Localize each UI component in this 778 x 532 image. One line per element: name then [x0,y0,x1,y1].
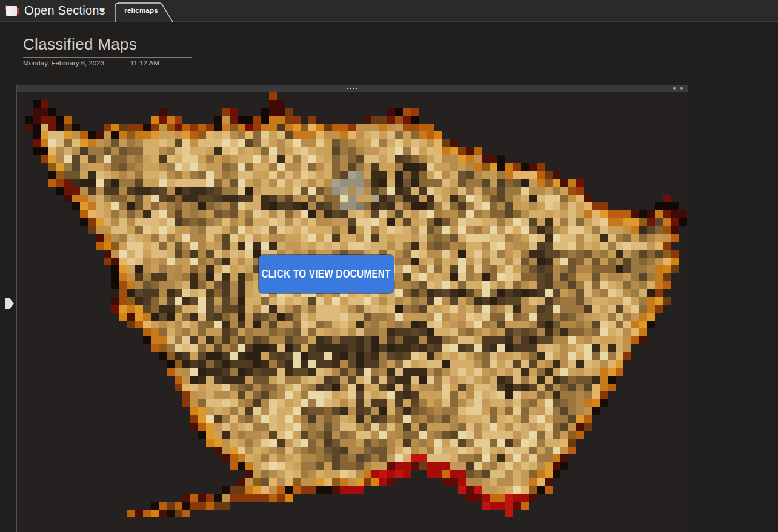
chevron-down-icon[interactable]: ▾ [101,0,105,22]
book-bookmark-right [17,8,19,14]
page-title[interactable]: Classified Maps [23,35,137,54]
object-drag-handle[interactable]: ◄ ► [17,85,688,92]
view-document-button[interactable]: CLICK TO VIEW DOCUMENT [259,255,394,293]
page-marker-arrow-icon[interactable] [5,298,14,309]
book-page-right [12,6,17,16]
view-document-button-label: CLICK TO VIEW DOCUMENT [262,268,391,281]
app-window: Open Sections ▾ relicmaps Classified Map… [0,0,778,532]
tab-label: relicmaps [115,7,168,14]
page-time: 11:12 AM [130,59,159,67]
title-underline [23,57,192,58]
drag-handle-dots [347,88,357,89]
collapse-arrows-icon[interactable]: ◄ ► [671,85,686,92]
open-sections-menu[interactable]: Open Sections [24,0,105,22]
relic-map-image [17,92,688,532]
page-date: Monday, February 6, 2023 [23,59,104,67]
tab-relicmaps[interactable]: relicmaps [115,2,175,22]
open-book-icon [5,5,19,16]
top-bar: Open Sections ▾ relicmaps [0,0,778,22]
embedded-object-container: ◄ ► CLICK TO VIEW DOCUMENT [16,85,688,532]
book-page-left [6,6,12,16]
